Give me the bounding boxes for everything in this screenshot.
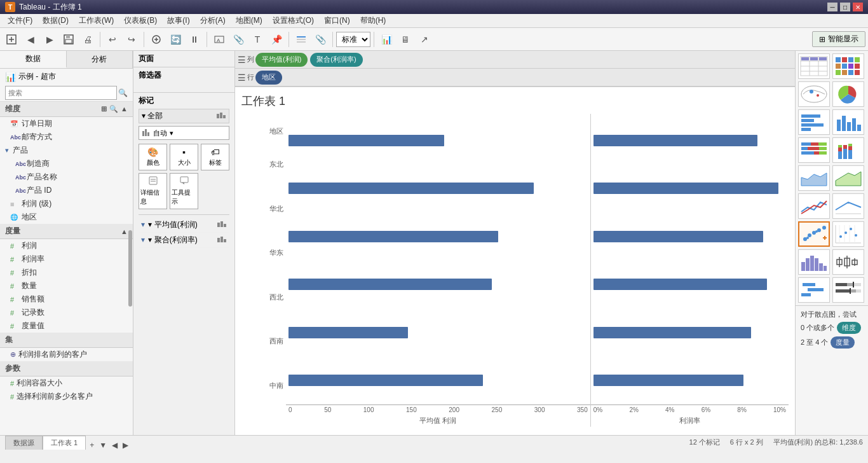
tab-datasource[interactable]: 数据源 [5,436,43,450]
text-button[interactable]: T [248,31,266,48]
dim-order-date[interactable]: 📅 订单日期 [0,117,133,130]
pin-button[interactable]: 📌 [268,31,285,48]
highlight-button[interactable] [292,31,310,48]
chart-thumb-stacked-hbar[interactable] [798,137,830,163]
chart-thumb-heat-map[interactable] [832,53,864,79]
next-sheet-icon[interactable]: ▶ [121,441,130,450]
chart-thumb-scatter2[interactable] [832,221,864,247]
chart-thumb-area[interactable] [798,165,830,191]
minimize-button[interactable]: ─ [827,3,837,11]
dim-region[interactable]: 🌐 地区 [0,211,133,224]
meas-discount[interactable]: # 折扣 [0,266,133,279]
row-pill-region[interactable]: 地区 [255,71,282,85]
pause-button[interactable]: ⏸ [186,31,203,48]
menu-analysis[interactable]: 分析(A) [195,14,231,27]
share-button[interactable]: ↗ [416,31,433,48]
chart-thumb-line[interactable] [798,193,830,219]
mark-card-detail[interactable]: 详细信息 [139,173,167,209]
menu-format[interactable]: 设置格式(O) [268,14,319,27]
meas-records[interactable]: # 记录数 [0,306,133,319]
fix-axes-button[interactable]: 📎 [229,31,247,48]
back-button[interactable]: ◀ [22,31,39,48]
tab-sheet1[interactable]: 工作表 1 [43,436,86,450]
dim-profit-level[interactable]: ≡ 利润 (级) [0,197,133,211]
menu-worksheet[interactable]: 工作表(W) [74,14,119,27]
data-source-name[interactable]: 示例 - 超市 [18,71,56,82]
add-sheet-icon[interactable]: + [88,441,95,450]
menu-help[interactable]: 帮助(H) [355,14,391,27]
dim-scroll-icon[interactable]: ▲ [121,105,128,113]
forward-button[interactable]: ▶ [41,31,58,48]
marks-pill-profit[interactable]: ▾ ▾ 平均值(利润) [139,218,229,233]
print-button[interactable]: 🖨 [79,31,97,48]
search-input[interactable] [5,86,117,100]
tooltip-button[interactable]: 📎 [311,31,329,48]
meas-profit-rate[interactable]: # 利润率 [0,252,133,266]
col-pill-agg-profit-rate[interactable]: 聚合(利润率) [310,53,362,67]
chart-thumb-scatter[interactable] [798,221,830,247]
dim-product-id[interactable]: Abc 产品 ID [0,184,133,197]
add-datasource-button[interactable] [147,31,165,48]
data-refresh-button[interactable]: 🔄 [166,31,184,48]
param-top-n[interactable]: # 选择利润前多少名客户 [0,390,133,403]
view-size-select[interactable]: 标准 [336,32,370,47]
menu-story[interactable]: 故事(I) [162,14,194,27]
close-button[interactable]: ✕ [853,3,863,11]
svg-rect-39 [819,57,827,60]
menu-window[interactable]: 窗口(N) [319,14,355,27]
chart-thumb-hbar[interactable] [798,109,830,135]
undo-button[interactable]: ↩ [104,31,121,48]
menu-file[interactable]: 文件(F) [3,14,37,27]
chart-thumb-hist[interactable] [798,249,830,275]
meas-sales[interactable]: # 销售额 [0,293,133,306]
dim-search-icon[interactable]: 🔍 [109,105,118,113]
meas-measure-values[interactable]: # 度量值 [0,319,133,333]
mark-card-tooltip[interactable]: 工具提示 [170,173,198,209]
chart-thumb-vbar[interactable] [832,109,864,135]
chart-thumb-stacked-vbar[interactable] [832,137,864,163]
tab-data[interactable]: 数据 [0,51,67,68]
chart-thumb-line2[interactable] [832,193,864,219]
menu-dashboard[interactable]: 仪表板(B) [119,14,162,27]
meas-profit[interactable]: # 利润 [0,239,133,252]
col-pill-avg-profit[interactable]: 平均值(利润) [255,53,308,67]
y-axis-header: 地区 [269,127,286,136]
dim-product-name[interactable]: Abc 产品名称 [0,170,133,184]
chart-type-button[interactable]: 📊 [377,31,395,48]
redo-button[interactable]: ↪ [123,31,140,48]
menu-data[interactable]: 数据(D) [37,14,74,27]
scrollbar-thumb[interactable] [128,230,132,307]
menu-map[interactable]: 地图(M) [231,14,268,27]
search-icon[interactable]: 🔍 [118,88,128,97]
smart-display-button[interactable]: ⊞ 智能显示 [812,31,865,47]
chart-thumb-map[interactable] [798,81,830,107]
show-mark-labels-button[interactable]: A [210,31,228,48]
marks-all-row[interactable]: ▾ 全部 [139,109,229,123]
sheet-list-icon[interactable]: ▼ [98,441,108,450]
chart-thumb-text-table[interactable] [798,53,830,79]
prev-sheet-icon[interactable]: ◀ [111,441,119,450]
mark-card-label[interactable]: 🏷 标签 [201,144,229,170]
chart-thumb-gantt[interactable] [798,277,830,303]
mark-type-select[interactable]: 自动 ▾ [139,126,229,140]
view-cards-button[interactable]: 🖥 [397,31,414,48]
mark-card-color[interactable]: 🎨 颜色 [139,144,167,170]
chart-thumb-box[interactable] [832,249,864,275]
meas-scroll-icon[interactable]: ▲ [121,228,128,235]
dim-manufacturer[interactable]: Abc 制造商 [0,157,133,170]
set-top-customers[interactable]: ⊕ 利润排名前列的客户 [0,348,133,361]
chart-thumb-bullet[interactable] [832,277,864,303]
chart-thumb-area2[interactable] [832,165,864,191]
new-button[interactable] [3,31,20,48]
dim-ship-mode[interactable]: Abc 邮寄方式 [0,130,133,144]
tab-analysis[interactable]: 分析 [67,51,133,68]
dim-product-category[interactable]: ▾ 产品 [0,144,133,157]
mark-card-size[interactable]: ▪ 大小 [170,144,198,170]
marks-pill-profit-rate[interactable]: ▾ ▾ 聚合(利润率) [139,233,229,248]
param-bin-size[interactable]: # 利润容器大小 [0,377,133,390]
chart-thumb-pie[interactable] [832,81,864,107]
maximize-button[interactable]: □ [840,3,850,11]
meas-quantity[interactable]: # 数量 [0,279,133,293]
save-button[interactable] [60,31,78,48]
dim-grid-icon[interactable]: ⊞ [101,105,107,113]
